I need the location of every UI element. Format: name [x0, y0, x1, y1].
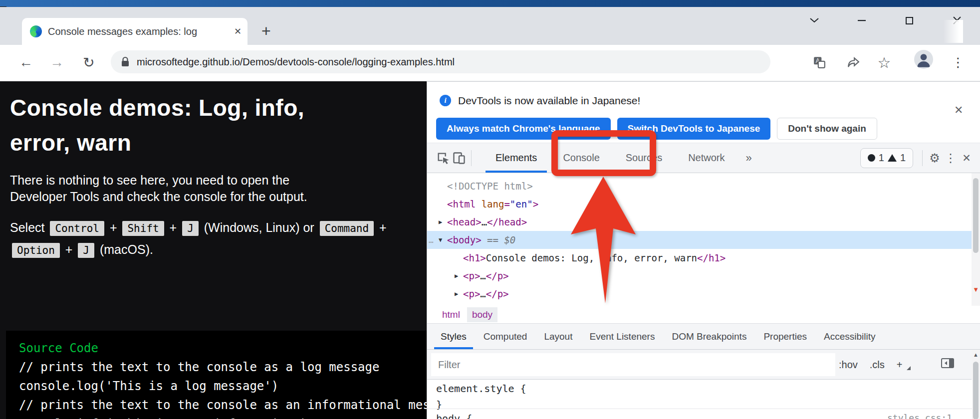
- close-window-icon[interactable]: [949, 12, 966, 29]
- more-tabs-icon[interactable]: »: [738, 152, 760, 165]
- style-control-hov[interactable]: :hov: [839, 359, 858, 371]
- dom-tree-row[interactable]: …▼<body> == $0: [427, 231, 980, 249]
- back-icon[interactable]: ←: [15, 51, 37, 73]
- profile-avatar[interactable]: [914, 50, 933, 69]
- settings-gear-icon[interactable]: ⚙: [927, 150, 943, 166]
- page-intro-line: Developer Tools and check the console fo…: [10, 189, 417, 205]
- url-text: microsoftedge.github.io/Demos/devtools-c…: [137, 56, 455, 68]
- styles-scrollbar[interactable]: ▲: [972, 350, 980, 419]
- share-icon[interactable]: [842, 51, 864, 73]
- dom-tree-row[interactable]: ▶<head>…</head>: [427, 213, 980, 231]
- lock-icon: [121, 56, 130, 67]
- dom-tree-row[interactable]: ▶<p>…</p>: [427, 285, 980, 303]
- tab-label: Layout: [544, 331, 572, 342]
- new-tab-button[interactable]: +: [261, 22, 271, 40]
- tab-dom-breakpoints[interactable]: DOM Breakpoints: [663, 324, 755, 349]
- dom-scrollbar[interactable]: ▼: [972, 173, 980, 306]
- webpage-content: Console demos: Log, info,error, warn The…: [0, 81, 427, 419]
- breadcrumb-body[interactable]: body: [467, 307, 497, 322]
- tab-close-icon[interactable]: ✕: [234, 26, 242, 37]
- warning-count: 1: [900, 152, 906, 164]
- style-control-cls[interactable]: .cls: [870, 359, 885, 371]
- page-intro-text: There is nothing to see here, you need t…: [10, 172, 417, 205]
- body-rule-selector[interactable]: body {: [436, 413, 472, 419]
- disclosure-arrow-icon[interactable]: ▼: [439, 236, 447, 243]
- new-rule-dropdown-corner[interactable]: [907, 366, 911, 370]
- code-line: console.log('This is a log message'): [19, 377, 414, 396]
- keyboard-key: Control: [50, 221, 104, 236]
- code-token: =: [504, 199, 509, 210]
- bookmark-star-icon[interactable]: ☆: [873, 51, 895, 73]
- warning-count-icon: [888, 154, 897, 162]
- disclosure-arrow-icon[interactable]: ▶: [455, 290, 463, 297]
- tab-label: Network: [688, 152, 725, 164]
- devtools-menu-icon[interactable]: ⋮: [943, 150, 959, 166]
- forward-icon[interactable]: →: [46, 51, 68, 73]
- notification-button[interactable]: Don't show again: [777, 118, 877, 140]
- devtools-close-icon[interactable]: ✕: [959, 150, 975, 166]
- tab-computed[interactable]: Computed: [475, 324, 536, 349]
- style-control-[interactable]: +: [897, 359, 903, 371]
- tab-properties[interactable]: Properties: [755, 324, 815, 349]
- notification-message: DevTools is now available in Japanese!: [458, 95, 640, 107]
- dom-tree-row[interactable]: <html lang="en">: [427, 195, 980, 213]
- tab-layout[interactable]: Layout: [535, 324, 581, 349]
- code-token: == $0: [482, 234, 516, 245]
- browser-menu-icon[interactable]: ⋮: [947, 51, 969, 73]
- scroll-up-arrow-icon[interactable]: ▲: [973, 352, 979, 358]
- element-style-selector[interactable]: element.style {: [436, 383, 526, 395]
- code-token: …: [482, 216, 487, 227]
- issues-badge[interactable]: 1 1: [860, 148, 913, 168]
- minimize-icon[interactable]: [853, 12, 870, 29]
- elements-dom-tree: <!DOCTYPE html><html lang="en">▶<head>…<…: [427, 173, 980, 306]
- shortcut-text: +: [106, 220, 121, 234]
- page-title-line: Console demos: Log, info,: [10, 90, 417, 125]
- scrollbar-thumb[interactable]: [973, 362, 979, 419]
- maximize-icon[interactable]: [901, 12, 918, 29]
- rule-source-link[interactable]: styles.css:1: [887, 413, 952, 419]
- tab-event-listeners[interactable]: Event Listeners: [581, 324, 663, 349]
- keyboard-key: Option: [12, 243, 60, 258]
- reload-icon[interactable]: ↻: [78, 51, 100, 73]
- tab-styles[interactable]: Styles: [432, 324, 475, 349]
- styles-filter-input[interactable]: [431, 353, 835, 376]
- browser-tab[interactable]: Console messages examples: log ✕: [22, 18, 247, 45]
- breadcrumb-html[interactable]: html: [439, 307, 463, 322]
- tab-label: Properties: [763, 331, 807, 342]
- annotation-arrow: [564, 175, 644, 305]
- address-bar[interactable]: microsoftedge.github.io/Demos/devtools-c…: [111, 50, 770, 73]
- dom-tree-row[interactable]: <!DOCTYPE html>: [427, 177, 980, 195]
- shortcut-text: (Windows, Linux) or: [201, 220, 318, 234]
- code-line: // prints the text to the console as a l…: [19, 358, 414, 377]
- annotation-highlight-rect: [551, 130, 656, 176]
- panel-toggle-icon[interactable]: [941, 358, 954, 371]
- dom-tree-row[interactable]: ▶<p>…</p>: [427, 267, 980, 285]
- styles-toolbar-controls: :hov.cls+: [839, 350, 911, 380]
- tab-network[interactable]: Network: [675, 143, 737, 173]
- info-icon: i: [440, 95, 451, 106]
- disclosure-arrow-icon[interactable]: ▶: [455, 272, 463, 279]
- devtools-toolbar: ElementsConsoleSourcesNetwork » 1 1 ⚙ ⋮ …: [427, 143, 980, 173]
- code-token: <p>: [463, 270, 480, 281]
- styles-filter-row: :hov.cls+: [427, 350, 980, 380]
- device-toolbar-icon[interactable]: [451, 150, 467, 166]
- tab-search-chevron-icon[interactable]: [806, 12, 823, 29]
- keyboard-key: Shift: [122, 221, 164, 236]
- code-token: >: [533, 199, 538, 210]
- shortcut-text: (macOS).: [96, 242, 153, 256]
- inspect-element-icon[interactable]: [435, 150, 451, 166]
- error-count: 1: [879, 152, 884, 164]
- shortcut-instructions: Select Control + Shift + J (Windows, Lin…: [10, 217, 417, 261]
- tab-label: Event Listeners: [589, 331, 655, 342]
- scrollbar-thumb[interactable]: [973, 178, 979, 253]
- disclosure-arrow-icon[interactable]: ▶: [439, 218, 447, 225]
- code-token: <head>: [447, 216, 482, 227]
- notification-close-icon[interactable]: ✕: [954, 104, 963, 117]
- scroll-down-arrow-icon[interactable]: ▼: [973, 286, 979, 293]
- styles-pane: element.style { } body { styles.css:1: [427, 380, 972, 419]
- translate-icon[interactable]: A: [808, 51, 830, 73]
- tab-accessibility[interactable]: Accessibility: [815, 324, 884, 349]
- tab-elements[interactable]: Elements: [483, 143, 550, 173]
- dom-tree-row[interactable]: <h1>Console demos: Log, info, error, war…: [427, 249, 980, 267]
- code-token: </p>: [486, 270, 509, 281]
